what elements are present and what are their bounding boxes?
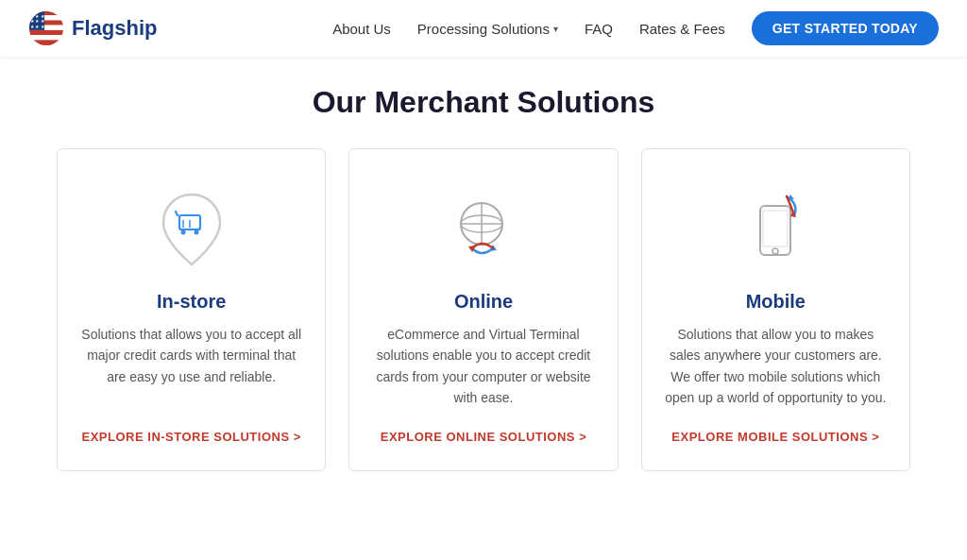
online-card: Online eCommerce and Virtual Terminal so…	[348, 148, 618, 471]
svg-rect-25	[760, 206, 790, 255]
main-nav: About Us Processing Solutions ▾ FAQ Rate…	[332, 11, 939, 45]
svg-point-17	[180, 230, 185, 235]
mobile-explore-link[interactable]: EXPLORE MOBILE SOLUTIONS >	[671, 430, 879, 444]
svg-text:★ ★ ★: ★ ★ ★	[30, 25, 45, 29]
mobile-icon	[738, 187, 813, 272]
nav-processing-solutions[interactable]: Processing Solutions ▾	[417, 21, 558, 37]
svg-rect-8	[28, 40, 64, 46]
mobile-card-title: Mobile	[746, 291, 806, 313]
nav-about-us[interactable]: About Us	[332, 21, 391, 37]
page-title: Our Merchant Solutions	[57, 85, 910, 120]
logo[interactable]: ★ ★ ★ ★ ★ ★ ★ ★ ★ Flagship	[28, 10, 157, 46]
online-icon-area	[446, 178, 521, 281]
online-card-desc: eCommerce and Virtual Terminal solutions…	[372, 324, 594, 409]
online-explore-link[interactable]: EXPLORE ONLINE SOLUTIONS >	[381, 430, 587, 444]
flagship-logo-icon: ★ ★ ★ ★ ★ ★ ★ ★ ★	[28, 10, 64, 46]
processing-solutions-dropdown-arrow: ▾	[553, 24, 558, 34]
mobile-card-desc: Solutions that allow you to makes sales …	[665, 324, 887, 409]
svg-point-18	[194, 230, 198, 235]
svg-text:★ ★ ★: ★ ★ ★	[30, 14, 45, 19]
svg-point-27	[772, 248, 778, 254]
main-content: Our Merchant Solutions	[0, 57, 967, 490]
svg-rect-26	[763, 211, 788, 246]
site-header: ★ ★ ★ ★ ★ ★ ★ ★ ★ Flagship About Us Proc…	[0, 0, 967, 57]
instore-icon-area	[149, 178, 234, 281]
mobile-card: Mobile Solutions that allow you to makes…	[641, 148, 910, 471]
nav-faq[interactable]: FAQ	[585, 21, 613, 37]
get-started-button[interactable]: GET STARTED TODAY	[752, 11, 939, 45]
instore-explore-link[interactable]: EXPLORE IN-STORE SOLUTIONS >	[82, 430, 301, 444]
nav-rates-fees[interactable]: Rates & Fees	[639, 21, 725, 37]
svg-rect-6	[28, 30, 64, 35]
instore-card-title: In-store	[157, 291, 226, 313]
instore-icon	[149, 187, 234, 272]
online-card-title: Online	[454, 291, 513, 313]
svg-text:★ ★ ★: ★ ★ ★	[30, 19, 45, 24]
logo-text: Flagship	[72, 16, 157, 41]
online-icon	[446, 192, 521, 267]
mobile-icon-area	[738, 178, 813, 281]
instore-card-desc: Solutions that allows you to accept all …	[80, 324, 302, 409]
svg-rect-7	[28, 35, 64, 40]
cards-container: In-store Solutions that allows you to ac…	[57, 148, 910, 471]
instore-card: In-store Solutions that allows you to ac…	[57, 148, 326, 471]
